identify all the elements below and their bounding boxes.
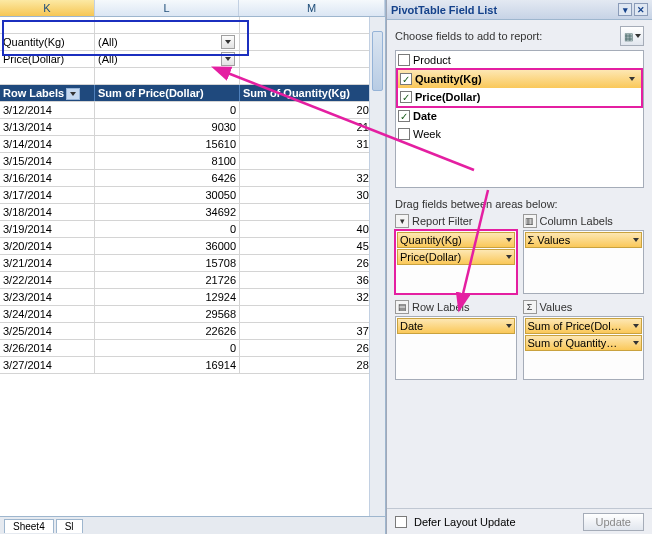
grid-body[interactable]: Quantity(Kg) (All) Price(Dollar) (All) R…	[0, 17, 385, 374]
table-row[interactable]: 3/19/2014 0 4021	[0, 221, 385, 238]
price-cell: 0	[95, 102, 240, 118]
qty-cell: 2657	[240, 340, 385, 356]
filter-label: Quantity(Kg)	[0, 34, 95, 50]
table-row[interactable]: 3/18/2014 34692 0	[0, 204, 385, 221]
close-icon[interactable]: ✕	[634, 3, 648, 16]
qty-cell: 3005	[240, 187, 385, 203]
rows-icon: ▤	[395, 300, 409, 314]
pivot-field-list-pane: PivotTable Field List ▾ ✕ Choose fields …	[386, 0, 652, 534]
table-row[interactable]: 3/22/2014 21726 3621	[0, 272, 385, 289]
checkbox[interactable]: ✓	[400, 91, 412, 103]
table-row[interactable]: 3/21/2014 15708 2618	[0, 255, 385, 272]
field-list[interactable]: Product ✓ Quantity(Kg) ✓ Price(Dollar) ✓…	[395, 50, 644, 188]
field-item-quantitykg[interactable]: ✓ Quantity(Kg)	[398, 70, 641, 88]
field-item-product[interactable]: Product	[396, 51, 643, 69]
col-header-k[interactable]: K	[0, 0, 95, 16]
field-name: Price(Dollar)	[415, 91, 639, 103]
chevron-down-icon[interactable]	[221, 52, 235, 66]
table-row[interactable]: 3/16/2014 6426 3213	[0, 170, 385, 187]
field-chip[interactable]: Sum of Price(Dol…	[525, 318, 643, 334]
price-cell: 22626	[95, 323, 240, 339]
chevron-down-icon[interactable]	[221, 35, 235, 49]
checkbox[interactable]: ✓	[398, 110, 410, 122]
sheet-tab[interactable]: Sheet4	[4, 519, 54, 533]
defer-label: Defer Layout Update	[414, 516, 516, 528]
area-title: Report Filter	[412, 215, 473, 227]
sheet-tab[interactable]: Sl	[56, 519, 83, 533]
field-name: Date	[413, 110, 641, 122]
price-cell: 6426	[95, 170, 240, 186]
values-box[interactable]: Sum of Price(Dol… Sum of Quantity…	[523, 316, 645, 380]
table-row[interactable]: 3/14/2014 15610 3122	[0, 136, 385, 153]
field-item-date[interactable]: ✓ Date	[396, 107, 643, 125]
filter-label: Price(Dollar)	[0, 51, 95, 67]
sigma-icon: Σ	[523, 300, 537, 314]
date-cell: 3/27/2014	[0, 357, 95, 373]
qty-cell: 0	[240, 306, 385, 322]
field-chip[interactable]: Date	[397, 318, 515, 334]
price-cell: 9030	[95, 119, 240, 135]
chevron-down-icon[interactable]	[633, 238, 639, 242]
table-row[interactable]: 3/26/2014 0 2657	[0, 340, 385, 357]
field-name: Week	[413, 128, 641, 140]
table-row[interactable]: 3/12/2014 0 2000	[0, 102, 385, 119]
chevron-down-icon[interactable]	[506, 238, 512, 242]
field-chip[interactable]: Price(Dollar)	[397, 249, 515, 265]
vertical-scrollbar[interactable]	[369, 17, 385, 516]
area-row-labels: ▤Row Labels Date	[395, 298, 517, 380]
field-chip[interactable]: Sum of Quantity…	[525, 335, 643, 351]
table-row[interactable]: 3/24/2014 29568 0	[0, 306, 385, 323]
filter-value[interactable]: (All)	[95, 34, 240, 50]
area-column-labels: ▥Column Labels Σ Values	[523, 212, 645, 294]
table-row[interactable]: 3/15/2014 8100 0	[0, 153, 385, 170]
choose-fields-label: Choose fields to add to report:	[395, 30, 542, 42]
choose-fields-section: Choose fields to add to report: Product …	[387, 20, 652, 192]
table-row[interactable]: 3/25/2014 22626 3771	[0, 323, 385, 340]
table-row[interactable]: 3/13/2014 9030 2150	[0, 119, 385, 136]
table-row[interactable]: 3/23/2014 12924 3231	[0, 289, 385, 306]
checkbox[interactable]	[398, 54, 410, 66]
area-values: ΣValues Sum of Price(Dol… Sum of Quantit…	[523, 298, 645, 380]
col-header-m[interactable]: M	[239, 0, 385, 16]
date-cell: 3/20/2014	[0, 238, 95, 254]
chevron-down-icon[interactable]	[66, 88, 80, 100]
checkbox[interactable]: ✓	[400, 73, 412, 85]
qty-cell: 4021	[240, 221, 385, 237]
table-row[interactable]: 3/27/2014 16914 2819	[0, 357, 385, 374]
chevron-down-icon[interactable]	[633, 341, 639, 345]
column-labels-box[interactable]: Σ Values	[523, 230, 645, 294]
report-filter-box[interactable]: Quantity(Kg) Price(Dollar)	[395, 230, 517, 294]
chevron-down-icon[interactable]	[506, 324, 512, 328]
row-labels-box[interactable]: Date	[395, 316, 517, 380]
table-row[interactable]: 3/17/2014 30050 3005	[0, 187, 385, 204]
chevron-down-icon[interactable]	[506, 255, 512, 259]
field-item-pricedollar[interactable]: ✓ Price(Dollar)	[398, 88, 641, 106]
layout-options-button[interactable]	[620, 26, 644, 46]
chip-label: Date	[400, 320, 506, 332]
price-cell: 21726	[95, 272, 240, 288]
qty-cell: 2819	[240, 357, 385, 373]
chevron-down-icon[interactable]	[625, 73, 639, 85]
chip-label: Price(Dollar)	[400, 251, 506, 263]
pivot-header-rowlabels[interactable]: Row Labels	[0, 85, 95, 101]
col-header-l[interactable]: L	[95, 0, 240, 16]
dropdown-icon[interactable]: ▾	[618, 3, 632, 16]
pivot-header-price: Sum of Price(Dollar)	[95, 85, 240, 101]
qty-cell: 3213	[240, 170, 385, 186]
qty-cell: 3122	[240, 136, 385, 152]
chevron-down-icon[interactable]	[633, 324, 639, 328]
defer-checkbox[interactable]	[395, 516, 407, 528]
date-cell: 3/17/2014	[0, 187, 95, 203]
field-item-week[interactable]: Week	[396, 125, 643, 143]
update-button[interactable]: Update	[583, 513, 644, 531]
date-cell: 3/25/2014	[0, 323, 95, 339]
filter-value[interactable]: (All)	[95, 51, 240, 67]
field-chip[interactable]: Σ Values	[525, 232, 643, 248]
price-cell: 34692	[95, 204, 240, 220]
table-row[interactable]: 3/20/2014 36000 4500	[0, 238, 385, 255]
field-chip[interactable]: Quantity(Kg)	[397, 232, 515, 248]
price-cell: 36000	[95, 238, 240, 254]
scrollbar-thumb[interactable]	[372, 31, 383, 91]
checkbox[interactable]	[398, 128, 410, 140]
qty-cell: 0	[240, 153, 385, 169]
